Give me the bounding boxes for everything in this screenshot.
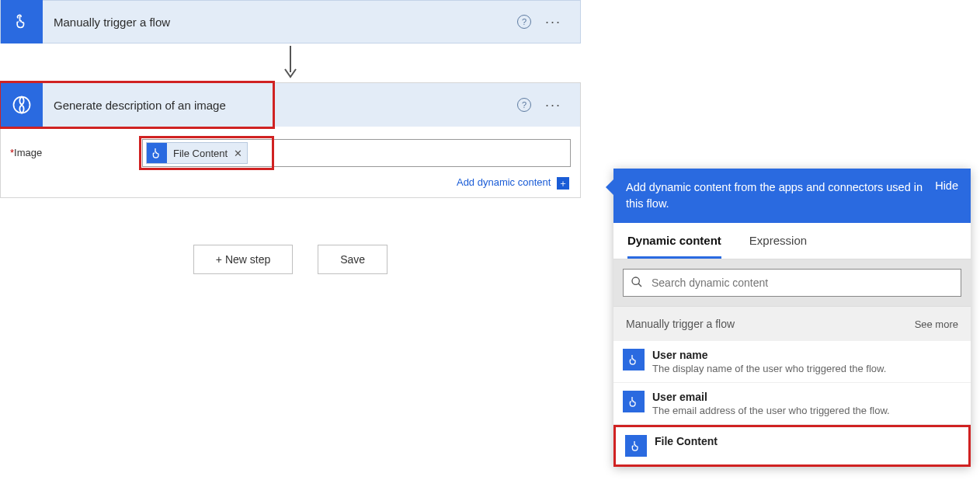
- item-name: User name: [652, 349, 886, 361]
- tap-icon: [625, 435, 647, 457]
- action-icon: [1, 83, 43, 127]
- item-desc: The email address of the user who trigge…: [652, 405, 890, 416]
- search-input[interactable]: [623, 269, 961, 297]
- search-icon: [631, 276, 643, 291]
- group-title: Manually trigger a flow: [626, 318, 915, 330]
- help-icon[interactable]: ?: [517, 98, 531, 112]
- more-icon[interactable]: ···: [545, 14, 561, 30]
- connector-arrow: [0, 43, 581, 82]
- trigger-icon: [1, 0, 43, 43]
- item-desc: The display name of the user who trigger…: [652, 363, 886, 374]
- token-label: File Content: [173, 148, 228, 159]
- new-step-button[interactable]: + New step: [193, 245, 293, 274]
- add-dynamic-content-button[interactable]: ＋: [557, 177, 569, 190]
- see-more-link[interactable]: See more: [915, 318, 958, 330]
- trigger-title: Manually trigger a flow: [43, 16, 517, 29]
- save-button[interactable]: Save: [318, 245, 387, 274]
- action-header[interactable]: Generate description of an image ? ···: [1, 83, 580, 127]
- item-name: User email: [652, 391, 890, 403]
- tap-icon: [623, 391, 645, 412]
- action-title: Generate description of an image: [43, 99, 517, 112]
- flyout-pointer: [606, 179, 613, 195]
- field-label: *Image: [10, 139, 142, 158]
- remove-token-icon[interactable]: ✕: [234, 148, 242, 159]
- tap-icon: [623, 349, 645, 370]
- dynamic-content-flyout: Add dynamic content from the apps and co…: [613, 169, 971, 467]
- svg-line-3: [638, 284, 641, 287]
- flyout-header-text: Add dynamic content from the apps and co…: [626, 179, 923, 212]
- action-card: Generate description of an image ? ··· *…: [0, 82, 581, 198]
- hide-link[interactable]: Hide: [923, 179, 958, 192]
- dyn-item-file-content[interactable]: File Content: [613, 425, 971, 467]
- add-dynamic-content-link[interactable]: Add dynamic content: [457, 176, 551, 188]
- svg-point-2: [632, 277, 639, 284]
- tap-icon: [147, 143, 167, 163]
- token-file-content[interactable]: File Content ✕: [146, 142, 248, 164]
- dyn-item-user-name[interactable]: User name The display name of the user w…: [613, 341, 971, 383]
- trigger-card[interactable]: Manually trigger a flow ? ···: [0, 0, 581, 43]
- tab-expression[interactable]: Expression: [749, 223, 807, 259]
- help-icon[interactable]: ?: [517, 15, 531, 29]
- flyout-tabs: Dynamic content Expression: [613, 223, 971, 259]
- more-icon[interactable]: ···: [545, 97, 561, 113]
- item-name: File Content: [655, 435, 718, 447]
- tab-dynamic-content[interactable]: Dynamic content: [627, 223, 721, 259]
- dyn-item-user-email[interactable]: User email The email address of the user…: [613, 383, 971, 425]
- image-input[interactable]: File Content ✕: [142, 139, 571, 167]
